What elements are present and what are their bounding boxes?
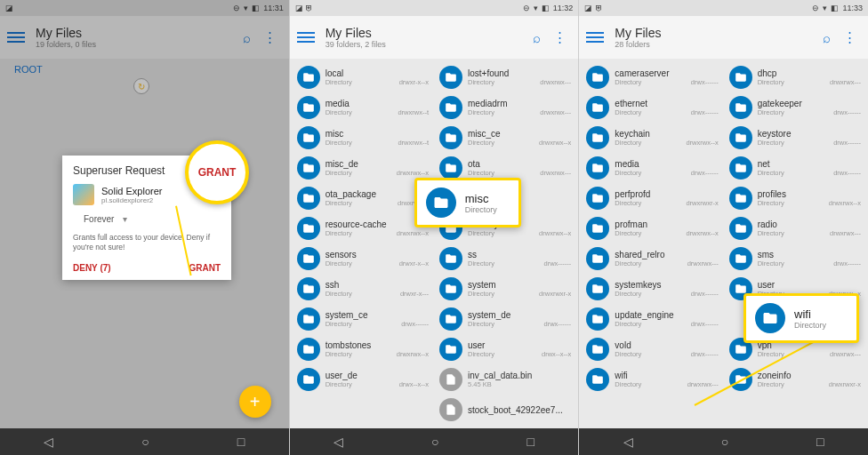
list-item[interactable]: user_deDirectorydrwx--x--x <box>292 364 434 395</box>
list-item[interactable]: mediaDirectorydrwxrwx--t <box>292 92 434 123</box>
list-item[interactable]: profmanDirectorydrwxrwx--x <box>581 213 723 243</box>
folder-icon <box>729 217 752 240</box>
screenshot-panel-1: ◪ ⊖ ▾ ◧ 11:31 My Files 19 folders, 0 fil… <box>0 0 290 455</box>
list-item[interactable]: lost+foundDirectorydrwxrwx--- <box>434 62 576 92</box>
folder-icon <box>755 303 785 333</box>
list-item[interactable]: shared_relroDirectorydrwxrwx--- <box>581 243 723 274</box>
item-name: lost+found <box>468 68 571 78</box>
list-item[interactable]: system_deDirectorydrwx------ <box>434 304 576 334</box>
list-item[interactable]: misc_ceDirectorydrwxrwx--x <box>434 123 576 153</box>
item-perms: drwx------ <box>691 290 719 298</box>
nav-recents-icon[interactable]: □ <box>816 435 824 449</box>
item-name: profman <box>615 220 718 229</box>
overflow-menu-icon[interactable]: ⋮ <box>548 29 571 45</box>
nav-home-icon[interactable]: ○ <box>431 435 438 449</box>
grant-highlight-badge: GRANT <box>185 140 249 204</box>
item-perms: drwx------ <box>833 108 861 116</box>
item-name: tombstones <box>326 340 429 350</box>
folder-grid: cameraserverDirectorydrwx------dhcpDirec… <box>579 59 868 398</box>
list-item[interactable]: sshDirectorydrwxr-x--- <box>292 274 434 304</box>
list-item[interactable]: userDirectorydrwx--x--x <box>434 334 576 364</box>
list-item[interactable]: ssDirectorydrwx------ <box>434 243 576 274</box>
list-item[interactable]: localDirectorydrwxr-x--x <box>292 62 434 92</box>
list-item[interactable]: system_ceDirectorydrwx------ <box>292 304 434 334</box>
nav-back-icon[interactable]: ◁ <box>623 435 633 449</box>
list-item[interactable]: resource-cacheDirectorydrwxrwx--x <box>292 213 434 243</box>
list-item[interactable]: smsDirectorydrwx------ <box>724 243 866 274</box>
folder-icon <box>586 247 609 270</box>
folder-icon <box>297 307 320 331</box>
item-type: Directory <box>468 78 494 86</box>
item-perms: drwxrwx--- <box>830 350 861 358</box>
item-perms: drwx------ <box>833 169 861 177</box>
search-icon[interactable]: ⌕ <box>525 30 548 45</box>
nav-back-icon[interactable]: ◁ <box>334 435 343 449</box>
notification-icon: ◪ ⛨ <box>295 4 314 12</box>
page-title: My Files <box>615 26 815 40</box>
list-item[interactable]: ota_packageDirectorydrwxrwx--- <box>292 183 434 213</box>
nav-home-icon[interactable]: ○ <box>141 435 149 449</box>
list-item[interactable]: zoneinfoDirectorydrwxrwxr-x <box>724 364 866 395</box>
list-item[interactable]: sensorsDirectorydrwxr-x--x <box>292 243 434 274</box>
list-item[interactable]: gatekeeperDirectorydrwx------ <box>724 92 866 123</box>
overflow-menu-icon[interactable]: ⋮ <box>838 29 861 45</box>
item-name: system_ce <box>326 310 429 320</box>
list-item[interactable]: miscDirectorydrwxrwx--t <box>292 123 434 153</box>
fab-add-button[interactable]: + <box>239 386 271 418</box>
nav-back-icon[interactable]: ◁ <box>44 435 53 449</box>
item-perms: drwx------ <box>544 320 572 328</box>
item-type: Directory <box>615 78 641 86</box>
item-name: perfprofd <box>615 189 718 199</box>
item-name: misc_ce <box>468 129 571 139</box>
item-perms: drwx------ <box>691 169 719 177</box>
item-type: Directory <box>468 290 494 298</box>
deny-button[interactable]: DENY (7) <box>73 263 111 273</box>
item-name: misc <box>326 129 429 139</box>
list-item[interactable]: systemDirectorydrwxrwxr-x <box>434 274 576 304</box>
wifi-icon: ▾ <box>534 4 538 12</box>
list-item[interactable]: perfprofdDirectorydrwxrwxr-x <box>581 183 723 213</box>
item-name: radio <box>758 220 861 229</box>
list-item[interactable]: dhcpDirectorydrwxrwx--- <box>724 62 866 92</box>
list-item[interactable]: radioDirectorydrwxrwx--- <box>724 213 866 243</box>
list-item[interactable]: misc_deDirectorydrwxrwx--x <box>292 153 434 183</box>
folder-icon <box>439 66 462 89</box>
folder-icon <box>586 187 609 210</box>
item-name: ssh <box>326 280 429 290</box>
list-item[interactable]: netDirectorydrwx------ <box>724 153 866 183</box>
list-item[interactable]: tombstonesDirectorydrwxrwx--x <box>292 334 434 364</box>
list-item[interactable]: cameraserverDirectorydrwx------ <box>581 62 723 92</box>
list-item[interactable]: voldDirectorydrwx------ <box>581 334 723 364</box>
folder-icon <box>439 247 462 270</box>
list-item[interactable]: update_engineDirectorydrwx------ <box>581 304 723 334</box>
list-item[interactable]: mediadrmDirectorydrwxrwx--- <box>434 92 576 123</box>
list-item[interactable]: keychainDirectorydrwxrwx--x <box>581 123 723 153</box>
list-item[interactable]: stock_boot_42922ee7... <box>434 395 576 425</box>
list-item[interactable]: wifiDirectorydrwxrwx--- <box>581 364 723 395</box>
item-name: vold <box>615 340 718 350</box>
list-item[interactable]: systemkeysDirectorydrwx------ <box>581 274 723 304</box>
list-item[interactable]: profilesDirectorydrwxrwx--x <box>724 183 866 213</box>
list-item[interactable]: ethernetDirectorydrwx------ <box>581 92 723 123</box>
list-item[interactable]: inv_cal_data.bin5.45 KB <box>434 364 576 395</box>
hamburger-menu-icon[interactable] <box>297 32 315 43</box>
clock: 11:33 <box>842 4 863 12</box>
item-type: Directory <box>468 139 494 147</box>
item-type: Directory <box>758 350 784 358</box>
folder-icon <box>729 96 752 119</box>
folder-icon <box>586 96 609 119</box>
callout-name: misc <box>465 192 497 205</box>
item-perms: drwx------ <box>544 259 572 267</box>
list-item[interactable]: keystoreDirectorydrwx------ <box>724 123 866 153</box>
nav-home-icon[interactable]: ○ <box>721 435 728 449</box>
folder-icon <box>729 126 752 149</box>
item-name: user_de <box>326 371 429 380</box>
hamburger-menu-icon[interactable] <box>586 32 604 43</box>
nav-recents-icon[interactable]: □ <box>237 435 245 449</box>
nav-recents-icon[interactable]: □ <box>526 435 534 449</box>
search-icon[interactable]: ⌕ <box>815 30 838 45</box>
item-perms: drwxrwx--t <box>398 108 429 116</box>
callout-name: wifi <box>794 307 826 321</box>
list-item[interactable]: mediaDirectorydrwx------ <box>581 153 723 183</box>
item-perms: drwxr-x--x <box>399 259 429 267</box>
